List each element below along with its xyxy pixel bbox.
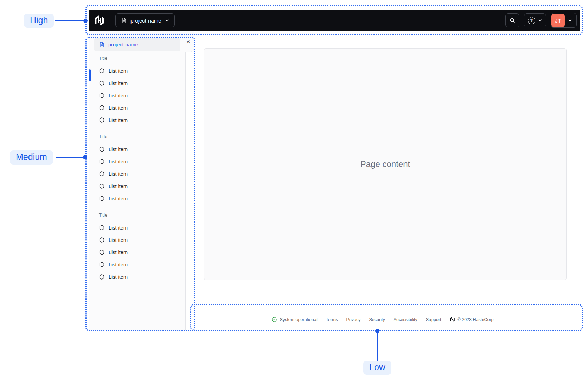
list-item[interactable]: List item <box>89 168 185 180</box>
list-item-label: List item <box>109 250 128 255</box>
project-switcher-button[interactable]: project-name <box>115 13 175 27</box>
section-title: Title <box>89 134 185 140</box>
navbar-right-group: ? JT <box>505 13 577 28</box>
section-title: Title <box>89 212 185 219</box>
list-item[interactable]: List item <box>89 180 185 192</box>
annotation-medium-dot <box>83 155 87 159</box>
footer-link[interactable]: Security <box>369 317 385 322</box>
hexagon-icon <box>99 68 105 74</box>
sidebar-section: Title List item List item List item <box>89 134 185 205</box>
hexagon-icon <box>99 80 105 86</box>
list-item-label: List item <box>109 159 128 165</box>
top-navbar: project-name ? JT <box>89 10 580 31</box>
annotation-high-label: High <box>24 14 54 28</box>
list-item[interactable]: List item <box>89 77 185 89</box>
list-item-label: List item <box>109 81 128 86</box>
copyright-text: © 2023 HashiCorp <box>458 317 494 322</box>
list-item[interactable]: List item <box>89 114 185 126</box>
list-item-label: List item <box>109 237 128 243</box>
check-circle-icon <box>271 317 277 322</box>
footer-link[interactable]: Privacy <box>346 317 361 322</box>
system-status-label: System operational <box>280 317 317 322</box>
annotation-low-connector <box>377 333 378 361</box>
list-item[interactable]: List item <box>89 155 185 168</box>
page-content-placeholder: Page content <box>360 159 410 169</box>
list-item[interactable]: List item <box>89 89 185 102</box>
list-item-label: List item <box>109 171 128 177</box>
footer-copyright: © 2023 HashiCorp <box>450 317 494 322</box>
sidebar-section: Title List item List item List item <box>89 56 185 126</box>
list-item[interactable]: List item <box>89 271 185 283</box>
footer-link[interactable]: Accessibility <box>394 317 417 322</box>
hexagon-icon <box>99 274 105 280</box>
user-menu-button[interactable]: JT <box>551 13 577 28</box>
hexagon-icon <box>99 146 105 152</box>
list-item-label: List item <box>109 68 128 74</box>
hexagon-icon <box>99 237 105 243</box>
collapse-chevrons-icon: « <box>187 38 190 45</box>
chevron-down-icon <box>538 18 542 23</box>
list-item[interactable]: List item <box>89 246 185 258</box>
active-item-indicator <box>89 69 91 81</box>
annotation-medium-connector <box>56 157 84 158</box>
annotation-high-connector <box>55 20 84 21</box>
sidebar-section: Title List item List item List item <box>89 212 185 283</box>
canvas: project-name ? JT <box>0 0 588 379</box>
list-item-label: List item <box>109 93 128 98</box>
annotation-low-label: Low <box>363 361 391 375</box>
list-item-label: List item <box>109 117 128 123</box>
chevron-down-icon <box>165 18 170 23</box>
page-content-box: Page content <box>204 48 567 280</box>
list-item[interactable]: List item <box>89 143 185 155</box>
section-title: Title <box>89 56 185 62</box>
hexagon-icon <box>99 262 105 268</box>
list-item-label: List item <box>109 105 128 111</box>
help-menu-button[interactable]: ? <box>524 13 546 27</box>
sidebar-item-label: project-name <box>108 42 138 47</box>
hexagon-icon <box>99 105 105 111</box>
annotation-high-dot <box>83 19 88 23</box>
list-item[interactable]: List item <box>89 65 185 77</box>
list-item[interactable]: List item <box>89 192 185 205</box>
list-item-label: List item <box>109 262 128 268</box>
hexagon-icon <box>99 225 105 231</box>
list-item[interactable]: List item <box>89 221 185 234</box>
sidebar: project-name « Title List item List item <box>89 31 186 330</box>
search-icon <box>509 17 516 24</box>
list-item-label: List item <box>109 196 128 201</box>
hashicorp-logo-icon <box>450 317 455 322</box>
list-item[interactable]: List item <box>89 258 185 271</box>
hexagon-icon <box>99 249 105 255</box>
list-item[interactable]: List item <box>89 102 185 114</box>
section-list: List item List item List item List item <box>89 65 185 126</box>
chevron-down-icon <box>568 18 572 23</box>
search-button[interactable] <box>505 13 519 27</box>
hashicorp-logo-icon <box>94 15 105 26</box>
hexagon-icon <box>99 92 105 98</box>
footer: System operational Terms Privacy Securit… <box>186 309 580 330</box>
hexagon-icon <box>99 117 105 123</box>
hexagon-icon <box>99 183 105 189</box>
user-avatar: JT <box>551 14 565 27</box>
project-switcher-label: project-name <box>130 18 161 24</box>
section-list: List item List item List item List item <box>89 221 185 283</box>
footer-link[interactable]: Support <box>426 317 441 322</box>
hexagon-icon <box>99 171 105 177</box>
annotation-low-dot <box>375 329 379 333</box>
sidebar-collapse-button[interactable]: « <box>183 31 194 52</box>
list-item-label: List item <box>109 184 128 189</box>
hexagon-icon <box>99 159 105 165</box>
system-status-link[interactable]: System operational <box>271 317 317 322</box>
list-item-label: List item <box>109 147 128 152</box>
sidebar-sections: Title List item List item List item <box>89 56 185 283</box>
section-list: List item List item List item List item <box>89 143 185 205</box>
help-icon: ? <box>528 17 535 24</box>
file-text-icon <box>121 17 127 24</box>
footer-link[interactable]: Terms <box>326 317 338 322</box>
list-item-label: List item <box>109 274 128 280</box>
annotation-medium-label: Medium <box>10 150 53 165</box>
list-item-label: List item <box>109 225 128 231</box>
list-item[interactable]: List item <box>89 234 185 246</box>
hexagon-icon <box>99 195 105 201</box>
sidebar-item-project-name[interactable]: project-name <box>94 38 180 51</box>
